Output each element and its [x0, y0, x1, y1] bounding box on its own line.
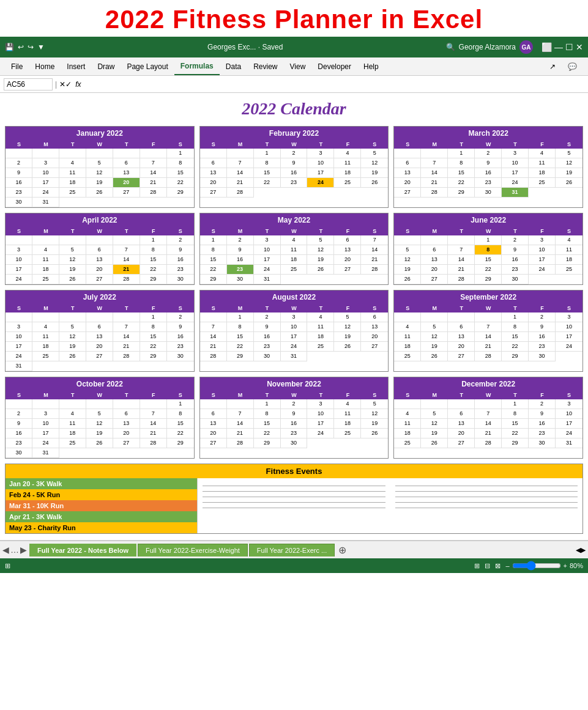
- day-cell: 23: [167, 342, 194, 352]
- day-cell: 2: [167, 235, 194, 245]
- empty-cell: [200, 312, 227, 322]
- confirm-formula-icon[interactable]: ✓: [65, 80, 72, 89]
- minimize-icon[interactable]: —: [554, 42, 563, 52]
- day-cell: 30: [475, 188, 502, 198]
- tab-review[interactable]: Review: [247, 59, 283, 75]
- day-cell: 22: [502, 342, 529, 352]
- zoom-in-icon[interactable]: +: [564, 562, 567, 569]
- maximize-icon[interactable]: ☐: [565, 42, 573, 52]
- day-cell: 22: [227, 342, 254, 352]
- sheet-tab-1[interactable]: Full Year 2022 - Notes Below: [29, 544, 136, 557]
- cancel-formula-icon[interactable]: ✕: [59, 80, 65, 89]
- day-cell: 29: [502, 352, 529, 361]
- day-cell: 11: [334, 409, 361, 419]
- tab-data[interactable]: Data: [220, 59, 247, 75]
- share-icon[interactable]: ↗: [543, 59, 562, 75]
- day-cell: 12: [421, 419, 448, 429]
- day-cell: 22: [140, 265, 167, 275]
- empty-cell: [113, 235, 140, 245]
- normal-view-icon[interactable]: ⊞: [474, 562, 480, 570]
- restore-icon[interactable]: ⬜: [541, 42, 552, 52]
- day-cell: 11: [59, 168, 86, 178]
- save-icon[interactable]: 💾: [5, 43, 14, 51]
- day-header-T: T: [59, 227, 86, 235]
- empty-cell: [86, 235, 113, 245]
- zoom-slider[interactable]: [512, 561, 561, 571]
- day-cell: 20: [200, 429, 227, 438]
- toolbar-icons: 💾 ↩ ↪ ▼: [5, 43, 45, 51]
- tab-home[interactable]: Home: [29, 59, 61, 75]
- tab-view[interactable]: View: [284, 59, 312, 75]
- day-cell: 27: [448, 438, 475, 448]
- formula-input[interactable]: [84, 80, 584, 89]
- tab-file[interactable]: File: [5, 59, 29, 75]
- day-cell: 18: [59, 429, 86, 438]
- day-cell: 22: [475, 265, 502, 275]
- day-header-T: T: [502, 304, 529, 312]
- day-cell: 21: [200, 342, 227, 352]
- redo-icon[interactable]: ↪: [28, 43, 34, 51]
- comment-icon[interactable]: 💬: [562, 59, 583, 75]
- day-header-F: F: [334, 140, 361, 149]
- day-cell: 8: [448, 158, 475, 168]
- day-cell: 29: [200, 275, 227, 284]
- tab-developer[interactable]: Developer: [311, 59, 357, 75]
- tab-formulas[interactable]: Formulas: [174, 58, 220, 75]
- day-cell: 9: [475, 158, 502, 168]
- day-cell: 28: [448, 275, 475, 284]
- tab-draw[interactable]: Draw: [91, 59, 121, 75]
- customize-icon[interactable]: ▼: [37, 43, 45, 51]
- tab-left-icon[interactable]: ◀: [2, 545, 9, 555]
- day-cell: 17: [6, 265, 32, 275]
- page-break-view-icon[interactable]: ⊠: [495, 562, 501, 570]
- tab-insert[interactable]: Insert: [61, 59, 91, 75]
- day-cell: 7: [421, 158, 448, 168]
- tab-page-layout[interactable]: Page Layout: [121, 59, 174, 75]
- undo-icon[interactable]: ↩: [18, 43, 24, 51]
- day-header-M: M: [32, 140, 59, 149]
- day-cell: 16: [6, 178, 32, 188]
- tab-right-icon[interactable]: ▶: [20, 545, 27, 555]
- search-icon[interactable]: 🔍: [446, 43, 455, 51]
- add-sheet-icon[interactable]: ⊕: [338, 544, 346, 556]
- empty-cell: [394, 399, 421, 409]
- day-cell: 29: [502, 438, 529, 448]
- day-cell: 15: [227, 332, 254, 342]
- day-cell: 5: [86, 409, 113, 419]
- day-header-F: F: [140, 140, 167, 149]
- tab-scroll-right-icon[interactable]: ▶: [581, 546, 586, 554]
- empty-cell: [6, 399, 32, 409]
- sheet-tab-2[interactable]: Full Year 2022-Exercise-Weight: [138, 544, 248, 557]
- day-cell: 16: [167, 255, 194, 265]
- cell-reference[interactable]: [4, 78, 53, 91]
- day-cell: 31: [32, 448, 59, 458]
- tab-scroll-left-icon[interactable]: ◀: [576, 546, 581, 554]
- day-header-T: T: [254, 227, 281, 235]
- day-cell: 30: [167, 275, 194, 284]
- day-cell: 3: [307, 149, 334, 158]
- macro-icon[interactable]: ⊞: [5, 562, 10, 570]
- fitness-event-item: May 23 - Charity Run: [6, 522, 197, 533]
- day-cell: 23: [281, 429, 308, 438]
- close-icon[interactable]: ✕: [576, 42, 583, 52]
- day-cell: 12: [86, 168, 113, 178]
- day-header-S: S: [556, 391, 582, 399]
- page-layout-view-icon[interactable]: ⊟: [485, 562, 490, 570]
- day-cell: 16: [281, 168, 308, 178]
- tab-help[interactable]: Help: [357, 59, 385, 75]
- day-cell: 26: [556, 178, 582, 188]
- day-cell: 18: [307, 332, 334, 342]
- day-cell: 20: [361, 332, 388, 342]
- day-cell: 25: [59, 438, 86, 448]
- tab-more-icon[interactable]: …: [10, 545, 19, 555]
- day-header-F: F: [140, 304, 167, 312]
- day-cell: 25: [334, 178, 361, 188]
- month-header: April 2022: [6, 213, 194, 227]
- day-cell: 12: [421, 332, 448, 342]
- day-cell: 15: [167, 168, 194, 178]
- day-cell: 28: [140, 438, 167, 448]
- day-cell: 20: [200, 178, 227, 188]
- page-title-bar: 2022 Fitness Planner in Excel: [0, 0, 588, 37]
- zoom-out-icon[interactable]: –: [505, 562, 509, 569]
- sheet-tab-3[interactable]: Full Year 2022-Exerc ...: [249, 544, 335, 557]
